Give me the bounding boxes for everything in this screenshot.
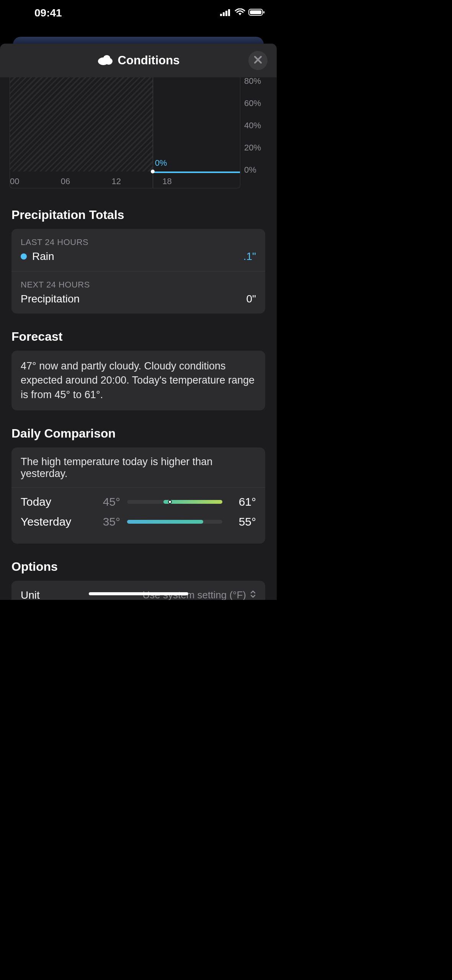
battery-icon	[248, 8, 265, 18]
svg-rect-1	[223, 12, 225, 16]
forecast-card: 47° now and partly cloudy. Cloudy condit…	[11, 351, 265, 410]
chart-current-label: 0%	[155, 158, 167, 168]
current-temp-dot	[168, 500, 172, 504]
svg-rect-3	[228, 9, 230, 16]
low-temp: 35°	[93, 515, 120, 528]
status-time: 09:41	[34, 7, 62, 19]
background-card-hint	[13, 37, 264, 44]
conditions-sheet: Conditions 0% 00 06 12 18	[0, 44, 277, 600]
cellular-icon	[220, 8, 232, 18]
rain-dot-icon	[21, 253, 27, 260]
option-label: Unit	[21, 589, 40, 600]
precipitation-chart[interactable]: 0% 00 06 12 18 80% 60% 40% 20% 0%	[0, 77, 277, 192]
precipitation-totals-section: Precipitation Totals LAST 24 HOURS Rain …	[0, 208, 277, 314]
status-icons	[220, 8, 265, 18]
chart-line	[153, 172, 240, 173]
home-indicator[interactable]	[89, 592, 188, 595]
chart-plot: 0% 00 06 12 18	[10, 77, 240, 188]
cloud-icon	[97, 54, 113, 67]
last-24-value: .1"	[243, 250, 256, 263]
day-label: Yesterday	[21, 515, 93, 528]
daily-comparison-section: Daily Comparison The high temperature to…	[0, 426, 277, 544]
temp-range-bar	[127, 500, 222, 504]
comparison-row-yesterday: Yesterday 35° 55°	[21, 515, 256, 528]
y-tick: 40%	[244, 122, 261, 129]
y-tick: 60%	[244, 100, 261, 107]
y-tick: 20%	[244, 144, 261, 152]
x-tick: 18	[162, 176, 213, 186]
next-24-label: NEXT 24 HOURS	[21, 280, 256, 290]
divider	[11, 271, 265, 271]
y-tick: 0%	[244, 166, 256, 174]
y-tick: 80%	[244, 77, 261, 85]
sheet-title: Conditions	[118, 54, 180, 67]
forecast-text: 47° now and partly cloudy. Cloudy condit…	[21, 359, 256, 402]
section-title: Options	[11, 560, 265, 574]
svg-rect-2	[225, 11, 227, 16]
rain-label: Rain	[32, 250, 54, 263]
last-24-row: Rain .1"	[21, 250, 256, 263]
chart-y-labels: 80% 60% 40% 20% 0%	[240, 77, 267, 188]
temp-range-bar	[127, 520, 222, 524]
comparison-row-today: Today 45° 61°	[21, 495, 256, 508]
yesterday-bar	[127, 520, 203, 524]
wifi-icon	[235, 8, 245, 18]
comparison-summary: The high temperature today is higher tha…	[11, 456, 265, 488]
svg-rect-5	[250, 10, 261, 14]
chevron-updown-icon	[250, 589, 256, 600]
last-24-label: LAST 24 HOURS	[21, 237, 256, 247]
chart-past-hatching	[10, 77, 153, 172]
close-icon	[254, 56, 262, 65]
precip-label: Precipitation	[21, 293, 80, 305]
chart-x-labels: 00 06 12 18	[10, 176, 213, 186]
section-title: Forecast	[11, 330, 265, 344]
today-bar	[163, 500, 222, 504]
chart-current-dot	[151, 170, 155, 173]
x-tick: 00	[10, 176, 61, 186]
svg-rect-6	[263, 11, 264, 13]
sheet-header: Conditions	[0, 44, 277, 77]
low-temp: 45°	[93, 495, 120, 508]
unit-option-row[interactable]: Unit Use system setting (°F)	[11, 581, 265, 600]
high-temp: 61°	[229, 495, 256, 508]
next-24-row: Precipitation 0"	[21, 293, 256, 305]
close-button[interactable]	[248, 51, 268, 70]
high-temp: 55°	[229, 515, 256, 528]
svg-point-9	[105, 58, 113, 65]
day-label: Today	[21, 495, 93, 508]
precip-totals-card: LAST 24 HOURS Rain .1" NEXT 24 HOURS Pre…	[11, 229, 265, 314]
status-bar: 09:41	[0, 0, 277, 21]
section-title: Precipitation Totals	[11, 208, 265, 222]
forecast-section: Forecast 47° now and partly cloudy. Clou…	[0, 330, 277, 410]
next-24-value: 0"	[246, 293, 256, 305]
x-tick: 12	[112, 176, 163, 186]
x-tick: 06	[61, 176, 112, 186]
comparison-card: The high temperature today is higher tha…	[11, 448, 265, 544]
section-title: Daily Comparison	[11, 426, 265, 441]
svg-rect-0	[220, 14, 222, 16]
